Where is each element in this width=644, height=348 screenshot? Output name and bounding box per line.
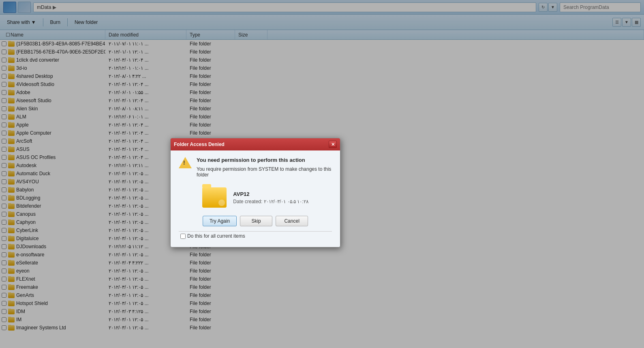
dialog-header-row: You need permission to perform this acti…	[179, 157, 332, 178]
warning-triangle	[179, 157, 192, 168]
large-folder-icon	[202, 187, 227, 208]
dialog-message-main: You need permission to perform this acti…	[197, 157, 332, 163]
skip-button[interactable]: Skip	[240, 216, 272, 226]
folder-access-denied-dialog: Folder Access Denied ✕ You need permissi…	[170, 138, 340, 247]
folder-date: Date created: ۲۰۱۲/۰۳/۰۱ ۰۵.۵ ۱۰:۲۸	[233, 199, 308, 204]
cancel-button[interactable]: Cancel	[276, 216, 308, 226]
dialog-body: You need permission to perform this acti…	[171, 150, 340, 247]
folder-date-value: ۲۰۱۲/۰۳/۰۱ ۰۵.۵ ۱۰:۲۸	[264, 199, 308, 204]
dialog-footer: Do this for all current items	[179, 231, 332, 242]
folder-name: AVP12	[233, 191, 308, 197]
try-again-button[interactable]: Try Again	[203, 216, 237, 226]
warning-icon	[179, 157, 192, 170]
do-for-all-checkbox-item: Do this for all current items	[180, 233, 245, 239]
dialog-overlay: Folder Access Denied ✕ You need permissi…	[0, 0, 644, 348]
dialog-buttons: Try Again Skip Cancel	[179, 214, 332, 230]
dialog-folder-area: AVP12 Date created: ۲۰۱۲/۰۳/۰۱ ۰۵.۵ ۱۰:۲…	[179, 183, 332, 214]
dialog-message-sub: You require permission from SYSTEM to ma…	[197, 166, 332, 178]
do-for-all-label: Do this for all current items	[187, 233, 245, 239]
folder-info: AVP12 Date created: ۲۰۱۲/۰۳/۰۱ ۰۵.۵ ۱۰:۲…	[233, 191, 308, 204]
do-for-all-checkbox[interactable]	[180, 234, 186, 239]
dialog-title: Folder Access Denied	[174, 142, 225, 147]
folder-date-label: Date created:	[233, 199, 262, 204]
dialog-messages: You need permission to perform this acti…	[197, 157, 332, 178]
dialog-titlebar: Folder Access Denied ✕	[171, 138, 340, 150]
dialog-close-button[interactable]: ✕	[329, 141, 337, 148]
